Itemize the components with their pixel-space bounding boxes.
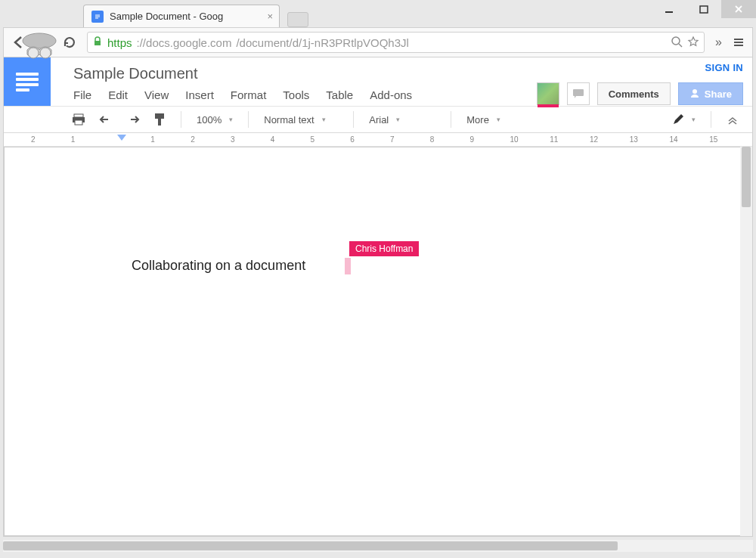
svg-point-18 <box>692 89 697 94</box>
paragraph-style-dropdown[interactable]: Normal text <box>259 114 342 126</box>
browser-tab[interactable]: Sample Document - Goog × <box>83 5 280 27</box>
zoom-dropdown[interactable]: 100% <box>192 114 237 126</box>
print-button[interactable] <box>67 113 90 126</box>
svg-point-5 <box>28 48 39 58</box>
address-bar-row: https://docs.google.com/document/d/1j-nR… <box>3 27 753 57</box>
search-icon[interactable] <box>671 36 683 50</box>
share-person-icon <box>689 88 700 101</box>
collaborator-avatar[interactable] <box>537 82 559 105</box>
editing-mode-button[interactable] <box>668 113 700 126</box>
font-dropdown[interactable]: Arial <box>364 114 440 126</box>
incognito-icon <box>17 26 62 71</box>
svg-point-12 <box>672 37 680 45</box>
new-tab-button[interactable] <box>287 12 308 27</box>
svg-rect-21 <box>75 120 82 125</box>
menu-addons[interactable]: Add-ons <box>370 88 412 101</box>
collaborator-cursor <box>345 258 351 274</box>
document-text[interactable]: Collaborating on a document <box>132 258 305 274</box>
svg-line-13 <box>679 44 682 47</box>
reload-button[interactable] <box>63 36 76 49</box>
menu-edit[interactable]: Edit <box>108 88 128 101</box>
svg-rect-17 <box>573 89 584 96</box>
url-path: /document/d/1j-nR3PRtlpVOQh3Jl <box>236 36 408 49</box>
document-viewport: Collaborating on a document Chris Hoffma… <box>4 147 752 536</box>
sign-in-link[interactable]: SIGN IN <box>705 62 744 73</box>
paint-format-button[interactable] <box>149 113 170 126</box>
menu-format[interactable]: Format <box>231 88 267 101</box>
menu-insert[interactable]: Insert <box>185 88 214 101</box>
menu-file[interactable]: File <box>73 88 91 101</box>
indent-marker-icon[interactable] <box>117 135 126 141</box>
chat-button[interactable] <box>567 82 590 105</box>
svg-point-6 <box>40 48 51 58</box>
address-bar[interactable]: https://docs.google.com/document/d/1j-nR… <box>87 32 705 53</box>
tab-title: Sample Document - Goog <box>110 11 223 22</box>
docs-app: Sample Document File Edit View Insert Fo… <box>3 57 753 537</box>
undo-button[interactable] <box>94 114 117 125</box>
svg-point-4 <box>23 33 56 48</box>
menu-tools[interactable]: Tools <box>283 88 309 101</box>
tab-close-icon[interactable]: × <box>267 11 273 22</box>
window-horizontal-scrollbar[interactable] <box>3 540 753 552</box>
share-button[interactable]: Share <box>678 82 743 105</box>
bookmark-star-icon[interactable] <box>687 36 699 50</box>
more-dropdown[interactable]: More <box>462 114 505 126</box>
svg-rect-22 <box>155 113 164 119</box>
vertical-scrollbar[interactable] <box>740 147 752 536</box>
url-host: ://docs.google.com <box>137 36 232 49</box>
collaborator-label: Chris Hoffman <box>349 241 419 256</box>
svg-rect-19 <box>74 114 83 117</box>
docs-header: Sample Document File Edit View Insert Fo… <box>4 57 752 106</box>
url-scheme: https <box>107 36 132 49</box>
document-page[interactable]: Collaborating on a document Chris Hoffma… <box>4 147 752 536</box>
menu-table[interactable]: Table <box>326 88 353 101</box>
toolbar: 100% Normal text Arial More <box>4 106 752 133</box>
menu-view[interactable]: View <box>144 88 169 101</box>
lock-icon <box>92 36 103 49</box>
docs-favicon-icon <box>91 11 104 23</box>
browser-menu-button[interactable] <box>733 36 745 48</box>
svg-rect-23 <box>158 119 161 126</box>
collapse-toolbar-button[interactable] <box>722 114 743 125</box>
comments-button[interactable]: Comments <box>597 82 671 105</box>
tab-strip: Sample Document - Goog × <box>3 3 753 27</box>
horizontal-ruler[interactable]: 2 1 1 2 3 4 5 6 7 8 9 10 11 12 13 14 15 <box>4 133 752 147</box>
overflow-chevron-icon[interactable]: » <box>715 36 722 49</box>
svg-rect-11 <box>94 41 101 45</box>
redo-button[interactable] <box>122 114 144 125</box>
